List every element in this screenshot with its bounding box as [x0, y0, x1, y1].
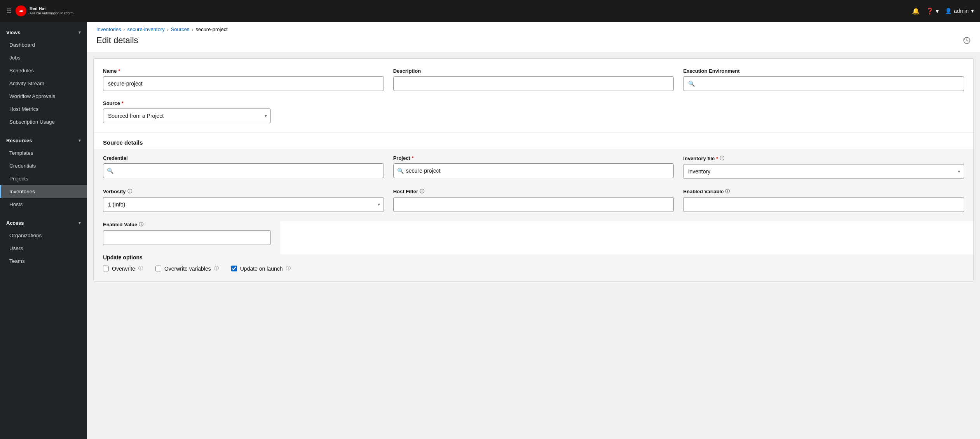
history-icon [963, 37, 971, 44]
user-menu[interactable]: 👤 admin ▾ [945, 8, 974, 14]
checkboxes-row: Overwrite ⓘ Overwrite variables ⓘ Update… [103, 265, 964, 272]
project-field-group: Project * 🔍 [393, 155, 674, 179]
sidebar-item-teams[interactable]: Teams [0, 255, 87, 268]
inventory-file-help-icon[interactable]: ⓘ [720, 155, 724, 162]
enabled-value-input[interactable] [103, 230, 271, 245]
update-on-launch-label: Update on launch [240, 266, 283, 272]
execution-env-label: Execution Environment [683, 68, 964, 74]
top-navigation: ☰ Red Hat Ansible Automation Platform 🔔 … [0, 0, 980, 22]
overwrite-variables-help-icon[interactable]: ⓘ [214, 265, 219, 272]
verbosity-select[interactable]: 1 (Info) [103, 197, 384, 212]
overwrite-variables-label: Overwrite variables [164, 266, 211, 272]
sidebar-resources-chevron-icon: ▾ [78, 138, 81, 143]
sidebar-item-projects[interactable]: Projects [0, 172, 87, 185]
form-section-main: Name * Description Execution Environment [93, 58, 974, 282]
host-filter-input[interactable] [393, 197, 674, 212]
sidebar-resources-section: Resources ▾ Templates Credentials Projec… [0, 130, 87, 212]
sidebar-item-inventories[interactable]: Inventories [0, 185, 87, 198]
brand-line2: Ansible Automation Platform [30, 11, 73, 16]
sidebar-item-workflow-approvals[interactable]: Workflow Approvals [0, 90, 87, 103]
source-label: Source * [103, 100, 271, 106]
enabled-variable-help-icon[interactable]: ⓘ [725, 188, 730, 195]
credential-input[interactable] [103, 163, 384, 178]
breadcrumb: Inventories › secure-inventory › Sources… [96, 26, 971, 32]
sidebar-item-credentials[interactable]: Credentials [0, 159, 87, 172]
enabled-value-label: Enabled Value ⓘ [103, 221, 271, 228]
update-on-launch-checkbox[interactable] [231, 266, 237, 271]
overwrite-checkbox-item[interactable]: Overwrite ⓘ [103, 265, 143, 272]
inventory-file-field-group: Inventory file * ⓘ inventory ▾ [683, 155, 964, 179]
execution-env-input[interactable]: 🔍 [683, 76, 964, 91]
sidebar-item-hosts[interactable]: Hosts [0, 198, 87, 211]
breadcrumb-sep-1: › [124, 27, 125, 32]
sidebar-resources-label: Resources [6, 138, 32, 143]
sidebar-views-label: Views [6, 30, 21, 35]
breadcrumb-inventories[interactable]: Inventories [96, 26, 121, 32]
hamburger-menu-button[interactable]: ☰ [6, 7, 12, 15]
breadcrumb-sep-3: › [192, 27, 193, 32]
sidebar-item-activity-stream[interactable]: Activity Stream [0, 77, 87, 90]
user-icon: 👤 [945, 8, 952, 14]
description-label: Description [393, 68, 674, 74]
sidebar-views-section: Views ▾ Dashboard Jobs Schedules Activit… [0, 22, 87, 130]
source-select[interactable]: Sourced from a Project [103, 108, 271, 123]
inventory-file-select[interactable]: inventory [683, 164, 964, 179]
breadcrumb-sources[interactable]: Sources [171, 26, 190, 32]
sidebar-item-subscription-usage[interactable]: Subscription Usage [0, 115, 87, 128]
sidebar-item-schedules[interactable]: Schedules [0, 64, 87, 77]
enabled-variable-input[interactable] [683, 197, 964, 212]
update-on-launch-checkbox-item[interactable]: Update on launch ⓘ [231, 265, 291, 272]
overwrite-variables-checkbox[interactable] [155, 266, 161, 271]
enabled-variable-label: Enabled Variable ⓘ [683, 188, 964, 195]
brand-line1: Red Hat [30, 6, 73, 11]
host-filter-field-group: Host Filter ⓘ [393, 188, 674, 212]
description-input[interactable] [393, 76, 674, 91]
breadcrumb-current: secure-project [195, 26, 227, 32]
content-header: Inventories › secure-inventory › Sources… [87, 22, 980, 52]
sidebar-views-header[interactable]: Views ▾ [0, 26, 87, 38]
user-chevron-icon: ▾ [971, 8, 974, 14]
sidebar-item-jobs[interactable]: Jobs [0, 51, 87, 64]
source-details-grid: Credential 🔍 Project * 🔍 [94, 149, 973, 188]
sidebar-item-templates[interactable]: Templates [0, 147, 87, 159]
notifications-button[interactable]: 🔔 [912, 7, 920, 15]
name-field-group: Name * [103, 68, 384, 91]
sidebar-item-users[interactable]: Users [0, 242, 87, 255]
sidebar-resources-header[interactable]: Resources ▾ [0, 135, 87, 147]
project-input[interactable] [393, 163, 674, 178]
enabled-value-help-icon[interactable]: ⓘ [139, 221, 143, 228]
help-button[interactable]: ❓ ▾ [926, 7, 938, 15]
sidebar-item-dashboard[interactable]: Dashboard [0, 38, 87, 51]
verbosity-label: Verbosity ⓘ [103, 188, 384, 195]
enabled-value-row: Enabled Value ⓘ [94, 221, 280, 254]
source-required-star: * [122, 101, 124, 106]
verbosity-help-icon[interactable]: ⓘ [127, 188, 132, 195]
name-input[interactable] [103, 76, 384, 91]
inventory-file-label: Inventory file * ⓘ [683, 155, 964, 162]
sidebar-access-section: Access ▾ Organizations Users Teams [0, 212, 87, 269]
overwrite-variables-checkbox-item[interactable]: Overwrite variables ⓘ [155, 265, 219, 272]
execution-env-search-icon: 🔍 [688, 80, 695, 87]
project-required-star: * [412, 156, 414, 161]
sidebar-item-organizations[interactable]: Organizations [0, 229, 87, 242]
breadcrumb-secure-inventory[interactable]: secure-inventory [127, 26, 165, 32]
sidebar-access-chevron-icon: ▾ [78, 220, 81, 226]
host-filter-label: Host Filter ⓘ [393, 188, 674, 195]
sidebar: Views ▾ Dashboard Jobs Schedules Activit… [0, 22, 87, 439]
update-options-section: Update options Overwrite ⓘ Overwrite var… [94, 254, 973, 281]
verbosity-field-group: Verbosity ⓘ 1 (Info) ▾ [103, 188, 384, 212]
history-button[interactable] [963, 37, 971, 44]
update-options-label: Update options [103, 254, 964, 261]
source-field-group: Source * Sourced from a Project ▾ [94, 100, 280, 133]
sidebar-access-header[interactable]: Access ▾ [0, 217, 87, 229]
verbosity-row: Verbosity ⓘ 1 (Info) ▾ Host Filter ⓘ [94, 188, 973, 221]
overwrite-checkbox[interactable] [103, 266, 109, 271]
overwrite-help-icon[interactable]: ⓘ [138, 265, 143, 272]
inventory-file-required-star: * [716, 156, 718, 161]
username-label: admin [954, 8, 969, 14]
host-filter-help-icon[interactable]: ⓘ [420, 188, 424, 195]
credential-field-group: Credential 🔍 [103, 155, 384, 179]
sidebar-item-host-metrics[interactable]: Host Metrics [0, 103, 87, 115]
enabled-variable-field-group: Enabled Variable ⓘ [683, 188, 964, 212]
update-on-launch-help-icon[interactable]: ⓘ [286, 265, 291, 272]
